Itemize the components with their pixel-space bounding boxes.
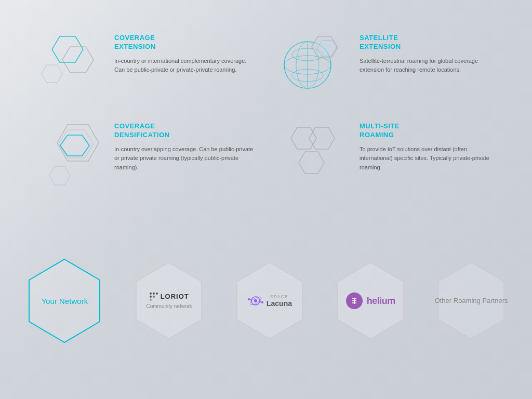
multi-site-roaming-icon xyxy=(276,119,349,177)
coverage-densification-block: COVERAGE DENSIFICATION In-country overla… xyxy=(31,119,256,187)
other-partners-label: Other Roaming Partners xyxy=(435,296,508,306)
svg-marker-17 xyxy=(299,152,324,174)
multi-site-roaming-title: MULTI-SITE ROAMING xyxy=(360,122,501,140)
coverage-densification-title: COVERAGE DENSIFICATION xyxy=(114,122,256,140)
svg-marker-16 xyxy=(309,127,335,149)
svg-point-27 xyxy=(261,301,263,303)
multi-site-roaming-text: MULTI-SITE ROAMING To provide IoT soluti… xyxy=(360,119,501,172)
coverage-densification-desc: In-country overlapping coverage. Can be … xyxy=(114,145,256,172)
svg-marker-13 xyxy=(60,135,89,156)
loriot-partner: LORIOT Community network xyxy=(131,258,207,344)
helium-partner: helium xyxy=(333,258,408,344)
page-container: COVERAGE EXTENSION In-country or interna… xyxy=(0,0,532,399)
satellite-extension-desc: Satellite-terrestrial roaming for global… xyxy=(360,57,501,75)
partners-section: Your Network xyxy=(0,197,532,399)
coverage-densification-text: COVERAGE DENSIFICATION In-country overla… xyxy=(114,119,256,172)
features-row-1: COVERAGE EXTENSION In-country or interna… xyxy=(0,0,532,104)
other-partners-partner: Other Roaming Partners xyxy=(434,258,509,344)
svg-marker-15 xyxy=(291,127,316,149)
coverage-extension-text: COVERAGE EXTENSION In-country or interna… xyxy=(114,31,256,75)
satellite-extension-block: SATELLITE EXTENSION Satellite-terrestria… xyxy=(276,31,501,94)
coverage-extension-desc: In-country or international complementar… xyxy=(114,57,256,75)
features-row-2: COVERAGE DENSIFICATION In-country overla… xyxy=(0,104,532,197)
multi-site-roaming-desc: To provide IoT solutions over distant (o… xyxy=(360,145,501,172)
satellite-extension-text: SATELLITE EXTENSION Satellite-terrestria… xyxy=(360,31,501,75)
coverage-extension-block: COVERAGE EXTENSION In-country or interna… xyxy=(31,31,256,94)
svg-point-22 xyxy=(254,299,257,302)
coverage-extension-title: COVERAGE EXTENSION xyxy=(114,34,256,51)
helium-label: helium xyxy=(346,292,395,309)
your-network-partner: Your Network xyxy=(23,254,106,348)
satellite-extension-icon xyxy=(276,31,349,94)
multi-site-roaming-block: MULTI-SITE ROAMING To provide IoT soluti… xyxy=(276,119,501,187)
lacuna-label: SPACE Lacuna xyxy=(248,293,292,309)
svg-marker-1 xyxy=(62,47,94,73)
coverage-extension-icon xyxy=(31,31,104,88)
your-network-label: Your Network xyxy=(42,297,88,305)
loriot-label: LORIOT Community network xyxy=(147,292,192,310)
svg-marker-0 xyxy=(52,36,83,62)
svg-marker-14 xyxy=(49,166,70,185)
svg-point-26 xyxy=(248,298,250,300)
lacuna-partner: SPACE Lacuna xyxy=(232,258,308,344)
coverage-densification-icon xyxy=(31,119,104,187)
svg-marker-2 xyxy=(42,65,62,83)
svg-marker-9 xyxy=(312,36,337,57)
satellite-extension-title: SATELLITE EXTENSION xyxy=(360,34,501,51)
